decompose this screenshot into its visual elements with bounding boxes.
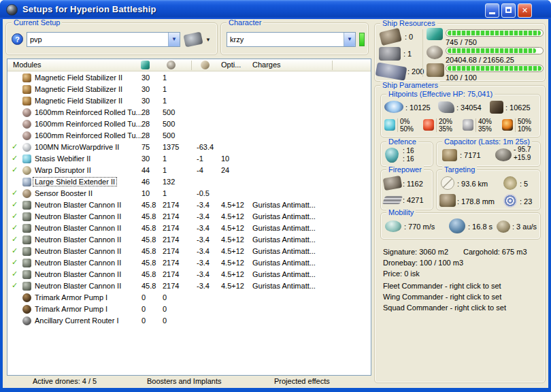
module-name: Ancillary Current Router I [35, 316, 119, 325]
powergrid-bar [446, 47, 544, 54]
module-name: Neutron Blaster Cannon II [35, 212, 121, 220]
module-name: Neutron Blaster Cannon II [35, 282, 121, 290]
module-optimal: 4.5+12 [221, 235, 244, 244]
module-row[interactable]: Large Shield Extender II46132 [7, 176, 371, 188]
plate-module-icon [22, 108, 31, 117]
drone-bar-fill [448, 66, 541, 71]
module-row[interactable]: 1600mm Reinforced Rolled Tu...28500 [7, 130, 371, 142]
module-row[interactable]: ✓Neutron Blaster Cannon II45.82174-3.44.… [7, 280, 371, 292]
cpu-bar [446, 29, 544, 37]
header-optimal[interactable]: Opti... [221, 61, 241, 69]
em-shield-resist: 0% [400, 118, 410, 125]
character-combobox[interactable]: krzy ▼ [227, 32, 356, 47]
module-row[interactable]: Ancillary Current Router I00 [7, 315, 371, 327]
title-bar[interactable]: Setups for Hyperion Battleship ✕ [0, 0, 551, 19]
em-resist-icon [384, 119, 395, 131]
module-powergrid: 2174 [163, 201, 179, 209]
capacitor-icon[interactable] [201, 61, 210, 69]
projected-effects-expander[interactable]: Projected effects [274, 377, 330, 385]
header-modules[interactable]: Modules [13, 61, 41, 69]
help-icon[interactable]: ? [12, 33, 23, 45]
module-cpu: 28 [141, 120, 150, 128]
scan-resolution-value: : 178.8 mm [457, 197, 495, 206]
em-armor-resist: 50% [400, 125, 414, 133]
module-row[interactable]: Trimark Armor Pump I00 [7, 292, 371, 304]
character-status-indicator [359, 33, 365, 46]
chevron-down-icon[interactable]: ▼ [344, 33, 355, 46]
module-row[interactable]: ✓Neutron Blaster Cannon II45.82174-3.44.… [7, 257, 371, 269]
cpu-icon[interactable] [141, 61, 150, 69]
module-charges: Guristas Antimatt... [252, 247, 316, 255]
module-name: Neutron Blaster Cannon II [35, 224, 121, 232]
client-area: Current Setup ? pvp ▼ ▼ Character krzy ▼… [3, 19, 548, 388]
module-cpu: 45.8 [141, 224, 156, 232]
module-row[interactable]: Magnetic Field Stabilizer II301 [7, 72, 371, 84]
setup-combobox[interactable]: pvp ▼ [27, 32, 180, 47]
module-powergrid: 2174 [163, 212, 179, 220]
boosters-implants-expander[interactable]: Boosters and Implants [147, 377, 221, 385]
maximize-icon [505, 7, 512, 13]
module-cap-use: -3.4 [197, 224, 210, 232]
module-row[interactable]: Trimark Armor Pump I00 [7, 304, 371, 315]
module-row[interactable]: ✓Neutron Blaster Cannon II45.82174-3.44.… [7, 269, 371, 280]
close-button[interactable]: ✕ [518, 3, 532, 18]
module-row[interactable]: ✓Neutron Blaster Cannon II45.82174-3.44.… [7, 246, 371, 257]
module-cpu: 45.8 [141, 282, 156, 290]
powergrid-icon[interactable] [167, 61, 176, 69]
module-row[interactable]: ✓Neutron Blaster Cannon II45.82174-3.44.… [7, 199, 371, 211]
module-row[interactable]: ✓Stasis Webifier II301-110 [7, 153, 371, 165]
active-check-icon: ✓ [12, 281, 18, 290]
align-time-icon [449, 218, 465, 233]
module-name: 1600mm Reinforced Rolled Tu... [35, 120, 142, 128]
module-row[interactable]: Magnetic Field Stabilizer II301 [7, 84, 371, 95]
module-powergrid: 0 [163, 316, 167, 325]
module-powergrid: 500 [163, 120, 175, 128]
shield-defence-icon [385, 148, 399, 163]
module-cpu: 46 [141, 178, 150, 186]
module-row[interactable]: Magnetic Field Stabilizer II301 [7, 95, 371, 107]
sensor-strength-value: : 23 [520, 197, 532, 206]
module-cpu: 0 [141, 316, 146, 325]
maximize-button[interactable] [501, 3, 516, 18]
powergrid-usage-text: 20404.68 / 21656.25 [446, 56, 514, 64]
module-row[interactable]: ✓Warp Disruptor II441-424 [7, 165, 371, 176]
module-cpu: 30 [141, 74, 150, 82]
module-optimal: 4.5+12 [221, 212, 244, 220]
squad-commander-text[interactable]: Squad Commander - right click to set [383, 304, 506, 312]
module-row[interactable]: ✓Neutron Blaster Cannon II45.82174-3.44.… [7, 223, 371, 234]
powergrid-bar-fill [448, 48, 536, 53]
module-optimal: 4.5+12 [221, 247, 244, 255]
minimize-button[interactable] [485, 3, 499, 18]
module-name: Neutron Blaster Cannon II [35, 235, 121, 244]
chevron-down-icon[interactable]: ▼ [168, 33, 180, 46]
module-row[interactable]: ✓Neutron Blaster Cannon II45.82174-3.44.… [7, 211, 371, 223]
sensor-module-icon [22, 189, 31, 198]
module-powergrid: 2174 [163, 270, 179, 278]
module-cpu: 28 [141, 131, 150, 140]
ship-menu-button[interactable]: ▼ [184, 31, 213, 48]
active-drones-expander[interactable]: Active drones: 4 / 5 [33, 377, 97, 385]
module-powergrid: 1 [163, 154, 167, 163]
cpu-icon [427, 28, 443, 40]
module-powergrid: 1 [163, 85, 167, 93]
fleet-commander-text[interactable]: Fleet Commander - right click to set [383, 282, 501, 290]
magstab-module-icon [22, 74, 31, 82]
active-check-icon: ✓ [12, 165, 18, 174]
module-cap-use: -4 [197, 166, 203, 174]
cpu-bar-fill [448, 31, 541, 35]
module-row[interactable]: 1600mm Reinforced Rolled Tu...28500 [7, 107, 371, 118]
module-cpu: 30 [141, 97, 150, 105]
module-name: Neutron Blaster Cannon II [35, 247, 121, 255]
header-charges[interactable]: Charges [252, 61, 281, 69]
module-row[interactable]: ✓Neutron Blaster Cannon II45.82174-3.44.… [7, 234, 371, 246]
module-row[interactable]: 1600mm Reinforced Rolled Tu...28500 [7, 118, 371, 130]
module-powergrid: 500 [163, 131, 175, 140]
wing-commander-text[interactable]: Wing Commander - right click to set [383, 293, 501, 301]
resist-divider [436, 118, 437, 132]
structure-hp-icon [490, 101, 503, 114]
module-row[interactable]: ✓Sensor Booster II101-0.5 [7, 188, 371, 199]
module-optimal: 10 [221, 154, 229, 163]
module-cpu: 45.8 [141, 270, 156, 278]
module-row[interactable]: ✓100MN MicroWarpdrive II751375-63.4 [7, 142, 371, 153]
module-cap-use: -3.4 [197, 282, 210, 290]
